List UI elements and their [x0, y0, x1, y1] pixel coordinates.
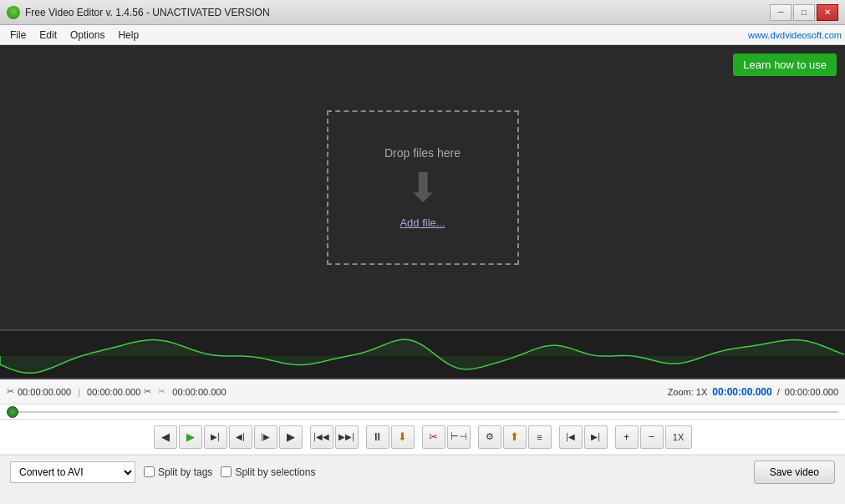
maximize-button[interactable]: □ — [793, 4, 815, 21]
go-end-button[interactable]: ▶ — [279, 425, 303, 449]
go-start-button[interactable]: ◀ — [154, 425, 177, 449]
app-title: Free Video Editor v. 1.4.56 - UNACTIVATE… — [25, 7, 770, 18]
cut-end-icon: ✂ — [144, 386, 151, 397]
time-divider: / — [777, 387, 780, 397]
current-time: 00:00:00.000 — [712, 386, 771, 398]
menu-help[interactable]: Help — [111, 27, 145, 43]
start-time-1: 00:00:00.000 — [18, 387, 71, 397]
scrubber-track — [18, 411, 838, 413]
zoom-out-button[interactable]: − — [640, 425, 664, 449]
app-icon — [7, 6, 20, 19]
split-by-tags-checkbox[interactable] — [144, 466, 155, 477]
jump-group: |◀◀ ▶▶| — [310, 425, 359, 449]
fx-group: ⚙ ⬆ ≡ — [478, 425, 552, 449]
cut-group: ✂ ⊢⊣ — [422, 425, 471, 449]
drop-arrow-icon: ⬇ — [406, 168, 440, 208]
edit-group: ⏸ ⬇ — [366, 425, 415, 449]
menu-file[interactable]: File — [3, 27, 33, 43]
cut-button[interactable]: ✂ — [422, 425, 445, 449]
zoom-in-button[interactable]: + — [615, 425, 639, 449]
start-time-2: 00:00:00.000 — [87, 387, 140, 397]
split-by-tags-label[interactable]: Split by tags — [144, 466, 212, 478]
playhead-thumb[interactable] — [7, 406, 18, 418]
minimize-button[interactable]: ─ — [770, 4, 792, 21]
timeline-bar: ✂ 00:00:00.000 | 00:00:00.000 ✂ ✂ 00:00:… — [0, 379, 845, 405]
next-cut-button[interactable]: ▶| — [584, 425, 608, 449]
menu-options[interactable]: Options — [64, 27, 111, 43]
prev-cut-button[interactable]: |◀ — [559, 425, 583, 449]
prev-frame-button[interactable]: ◀| — [229, 425, 252, 449]
play-button[interactable]: ▶ — [179, 425, 202, 449]
menu-edit[interactable]: Edit — [33, 27, 64, 43]
time-section: ✂ 00:00:00.000 | 00:00:00.000 ✂ ✂ 00:00:… — [7, 386, 227, 397]
bottom-bar: Convert to AVI Convert to MP4 Convert to… — [0, 455, 845, 488]
export-frame-button[interactable]: ⬆ — [503, 425, 527, 449]
cut-start-icon: ✂ — [7, 386, 14, 397]
zoom-reset-button[interactable]: 1X — [665, 425, 692, 449]
nav-cut-group: |◀ ▶| — [559, 425, 608, 449]
window-controls: ─ □ ✕ — [770, 4, 838, 21]
deinterlace-button[interactable]: ≡ — [528, 425, 552, 449]
website-link[interactable]: www.dvdvideosoft.com — [748, 30, 842, 40]
jump-start-button[interactable]: |◀◀ — [310, 425, 333, 449]
zoom-section: Zoom: 1X 00:00:00.000 / 00:00:00.000 — [668, 386, 838, 398]
close-button[interactable]: ✕ — [817, 4, 838, 21]
pause-button[interactable]: ⏸ — [366, 425, 389, 449]
split-by-selections-checkbox[interactable] — [221, 466, 232, 477]
waveform-canvas — [0, 331, 845, 379]
split-by-tags-text: Split by tags — [158, 466, 212, 478]
title-bar: Free Video Editor v. 1.4.56 - UNACTIVATE… — [0, 0, 845, 25]
start-time-3: 00:00:00.000 — [172, 387, 226, 397]
drop-zone[interactable]: Drop files here ⬇ Add file... — [327, 110, 519, 265]
play-selection-button[interactable]: ▶| — [204, 425, 227, 449]
adjust-button[interactable]: ⚙ — [478, 425, 501, 449]
download-button[interactable]: ⬇ — [391, 425, 415, 449]
format-select[interactable]: Convert to AVI Convert to MP4 Convert to… — [10, 461, 135, 483]
drop-text: Drop files here — [384, 146, 461, 160]
video-area: Learn how to use Drop files here ⬇ Add f… — [0, 45, 845, 329]
save-video-button[interactable]: Save video — [754, 461, 835, 484]
zoom-group: + − 1X — [615, 425, 692, 449]
next-frame-button[interactable]: |▶ — [254, 425, 277, 449]
learn-how-button[interactable]: Learn how to use — [733, 53, 837, 76]
menu-bar: File Edit Options Help www.dvdvideosoft.… — [0, 25, 845, 45]
split-by-selections-text: Split by selections — [235, 466, 315, 478]
waveform-display — [0, 329, 845, 379]
scrubber-bar[interactable] — [0, 405, 845, 420]
trim-button[interactable]: ⊢⊣ — [447, 425, 471, 449]
add-file-link[interactable]: Add file... — [400, 216, 445, 229]
total-time: 00:00:00.000 — [785, 387, 838, 397]
transport-controls: ◀ ▶ ▶| ◀| |▶ ▶ |◀◀ ▶▶| ⏸ ⬇ ✂ ⊢⊣ ⚙ ⬆ ≡ |◀… — [0, 420, 845, 455]
playback-group: ◀ ▶ ▶| ◀| |▶ ▶ — [154, 425, 303, 449]
jump-end-button[interactable]: ▶▶| — [335, 425, 359, 449]
zoom-label: Zoom: 1X — [668, 387, 708, 397]
split-by-selections-label[interactable]: Split by selections — [221, 466, 315, 478]
